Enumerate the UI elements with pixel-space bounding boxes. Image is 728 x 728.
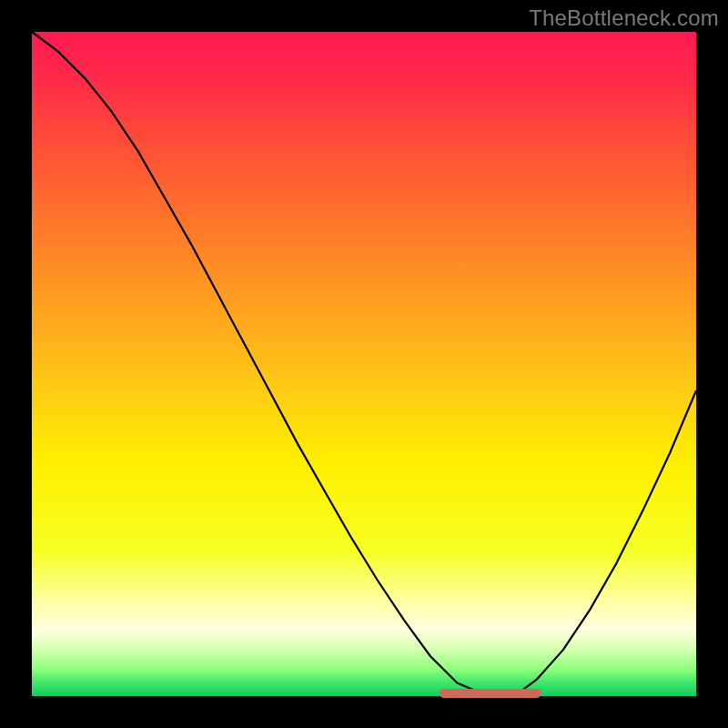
bottleneck-chart [0,0,728,728]
chart-container: TheBottleneck.com [0,0,728,728]
watermark-text: TheBottleneck.com [529,5,719,31]
